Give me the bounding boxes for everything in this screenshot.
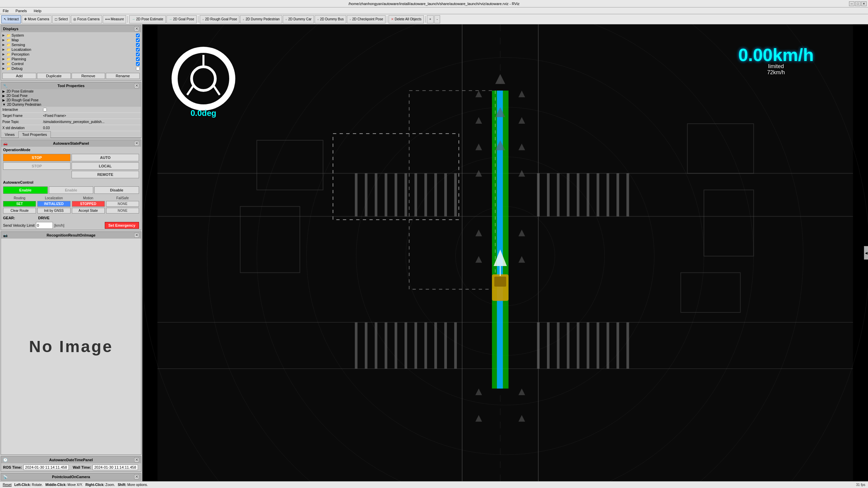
autoware-state-header: 🚗 AutowareStatePanel ✕: [1, 140, 141, 147]
tree-item-map[interactable]: ▶ 📁 Map: [2, 38, 140, 42]
pose-topic-row: Pose Topic /simulation/dummy_perception_…: [1, 119, 141, 125]
tool-properties-close-button[interactable]: ✕: [134, 83, 139, 88]
svg-text:0.0deg: 0.0deg: [191, 108, 216, 118]
tree-item-control[interactable]: ▶ 📁 Control: [2, 61, 140, 66]
target-frame-row: Target Frame <Fixed Frame>: [1, 113, 141, 119]
add-display-button[interactable]: Add: [2, 73, 36, 79]
accept-state-button[interactable]: Accept State: [72, 208, 105, 214]
dummy-pedestrian-icon: ⬥: [242, 17, 244, 21]
datetime-close-button[interactable]: ✕: [134, 458, 139, 462]
pose-estimate-button[interactable]: → 2D Pose Estimate: [129, 15, 165, 23]
speed-hud: 0.00km/h limited 72km/h: [738, 45, 814, 76]
menu-help[interactable]: Help: [32, 8, 43, 13]
tree-item-debug[interactable]: ▶ 📁 Debug: [2, 66, 140, 71]
left-click-label: Left-Click:: [14, 483, 31, 487]
pointcloud-header: 📡 PointcloudOnCamera ✕: [1, 473, 141, 480]
delete-all-button[interactable]: ✕ Delete All Objects: [389, 15, 424, 23]
interact-button[interactable]: ↖ Interact: [1, 15, 21, 23]
menu-panels[interactable]: Panels: [14, 8, 28, 13]
recognition-close-button[interactable]: ✕: [134, 233, 139, 238]
auto-button[interactable]: AUTO: [72, 154, 139, 161]
remote-button[interactable]: REMOTE: [72, 171, 139, 178]
measure-button[interactable]: ⟺ Measure: [103, 15, 126, 23]
rviz-svg: [142, 24, 868, 481]
tool-properties-tab[interactable]: Tool Properties: [18, 131, 51, 138]
tool-properties-icon: 🔧: [3, 84, 8, 88]
init-gnss-button[interactable]: Init by GNSS: [37, 208, 70, 214]
clear-route-button[interactable]: Clear Route: [3, 208, 36, 214]
remove-display-button[interactable]: Remove: [72, 73, 105, 79]
reset-button[interactable]: Reset: [3, 483, 12, 487]
views-tab[interactable]: Views: [1, 131, 18, 138]
menu-file[interactable]: File: [1, 8, 10, 13]
focus-camera-button[interactable]: ◎ Focus Camera: [71, 15, 102, 23]
wall-time-value: 2024-01-30 11:14:11.458: [93, 465, 138, 470]
tree-item-planning[interactable]: ▶ 📁 Planning: [2, 57, 140, 61]
goal-pose-section[interactable]: ▶ 2D Goal Pose: [1, 94, 141, 98]
enable-button[interactable]: Enable: [3, 186, 48, 194]
rough-goal-section[interactable]: ▶ 2D Rough Goal Pose: [1, 98, 141, 102]
map-label: Map: [12, 38, 135, 42]
dummy-pedestrian-section[interactable]: ▼ 2D Dummy Pedestrian: [1, 102, 141, 107]
pose-estimate-section[interactable]: ▶ 2D Pose Estimate: [1, 89, 141, 94]
dummy-bus-button[interactable]: ⬥ 2D Dummy Bus: [315, 15, 346, 23]
close-button[interactable]: ✕: [861, 1, 867, 6]
wall-time-label: Wall Time:: [73, 465, 91, 469]
pointcloud-close-button[interactable]: ✕: [134, 474, 139, 479]
move-camera-button[interactable]: ✥ Move Camera: [22, 15, 52, 23]
goal-pose-button[interactable]: → 2D Goal Pose: [166, 15, 197, 23]
enable-inactive-button[interactable]: Enable: [49, 186, 94, 194]
remove-toolbar-button[interactable]: -: [434, 15, 440, 23]
interactive-checkbox[interactable]: [43, 108, 47, 111]
recognition-icon: 📷: [3, 233, 8, 238]
panel-expand-button[interactable]: ◀: [864, 246, 868, 260]
maximize-button[interactable]: □: [855, 1, 861, 6]
localization-checkbox[interactable]: [136, 48, 140, 52]
autoware-state-close-button[interactable]: ✕: [134, 141, 139, 146]
stop-button[interactable]: STOP: [3, 154, 71, 161]
velocity-input[interactable]: [36, 222, 53, 229]
rviz-panel[interactable]: 0.0deg 0.00km/h limited 72km/h ◀: [142, 24, 868, 481]
set-emergency-button[interactable]: Set Emergency: [105, 222, 139, 229]
debug-checkbox[interactable]: [136, 67, 140, 70]
rough-goal-button[interactable]: ⬥ 2D Rough Goal Pose: [200, 15, 240, 23]
tree-item-localization[interactable]: ▶ 📁 Localization: [2, 47, 140, 52]
gear-drive-row: GEAR: DRIVE: [1, 215, 141, 221]
map-checkbox[interactable]: [136, 38, 140, 42]
control-checkbox[interactable]: [136, 62, 140, 66]
svg-rect-58: [497, 90, 503, 388]
rviz-canvas[interactable]: 0.0deg 0.00km/h limited 72km/h ◀: [142, 24, 868, 481]
system-checkbox[interactable]: [136, 34, 140, 37]
gear-label: GEAR:: [3, 216, 15, 220]
target-frame-value: <Fixed Frame>: [43, 114, 140, 118]
displays-section: Displays ✕ ▶ 📁 System ▶ 📁 Map: [1, 25, 141, 81]
add-toolbar-button[interactable]: +: [427, 15, 434, 23]
routing-label: Routing: [3, 196, 36, 200]
app-window: /home/zhanhongyan/autoware/install/autow…: [0, 0, 868, 488]
sensing-checkbox[interactable]: [136, 43, 140, 47]
checkpoint-pose-button[interactable]: ⬥ 2D Checkpoint Pose: [347, 15, 386, 23]
displays-close-button[interactable]: ✕: [134, 26, 139, 31]
dummy-pedestrian-button[interactable]: ⬥ 2D Dummy Pedestrian: [240, 15, 282, 23]
stop-inactive-button[interactable]: STOP: [3, 162, 71, 170]
dummy-car-button[interactable]: ⬥ 2D Dummy Car: [283, 15, 314, 23]
middle-click-hint: Middle-Click: Move X/Y.: [45, 483, 83, 487]
sensing-arrow: ▶: [2, 43, 6, 46]
tree-item-system[interactable]: ▶ 📁 System: [2, 33, 140, 38]
local-button[interactable]: LOCAL: [72, 162, 139, 170]
duplicate-display-button[interactable]: Duplicate: [37, 73, 71, 79]
rename-display-button[interactable]: Rename: [106, 73, 140, 79]
datetime-icon: 🕐: [3, 458, 8, 462]
measure-icon: ⟺: [105, 17, 110, 21]
move-icon: ✥: [24, 17, 27, 21]
planning-checkbox[interactable]: [136, 57, 140, 61]
tree-item-sensing[interactable]: ▶ 📁 Sensing: [2, 42, 140, 47]
disable-button[interactable]: Disable: [94, 186, 139, 194]
minimize-button[interactable]: ─: [849, 1, 854, 6]
motion-badge: STOPPED: [72, 201, 105, 207]
displays-buttons: Add Duplicate Remove Rename: [1, 72, 141, 80]
tree-item-perception[interactable]: ▶ 📁 Perception: [2, 52, 140, 57]
select-button[interactable]: ◻ Select: [52, 15, 70, 23]
speed-display: 0.00km/h: [738, 45, 814, 65]
perception-checkbox[interactable]: [136, 53, 140, 56]
